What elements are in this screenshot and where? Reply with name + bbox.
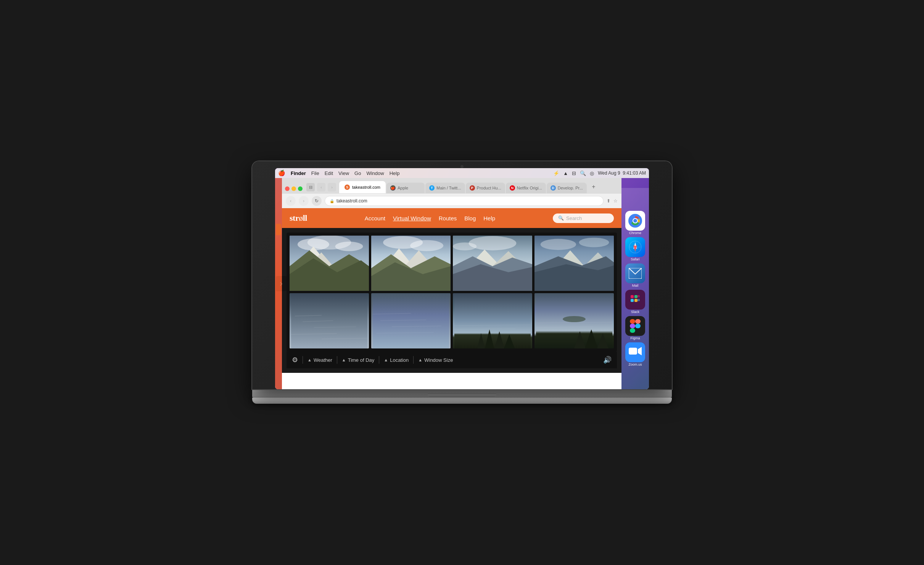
volume-icon[interactable]: 🔊 — [603, 356, 612, 364]
app-name[interactable]: Finder — [291, 170, 306, 176]
nav-blog[interactable]: Blog — [464, 215, 476, 222]
dock-item-figma[interactable]: Figma — [625, 316, 645, 340]
window-pane-2[interactable] — [371, 236, 451, 291]
share-icon[interactable]: ⬆ — [607, 198, 610, 204]
window-pane-4[interactable] — [534, 236, 614, 291]
producthunt-tab-favicon: P — [470, 185, 475, 191]
address-bar-row: ‹ › ↻ 🔒 takeastroll.com ⬆ ☆ — [282, 193, 621, 208]
active-tab-favicon: S — [344, 185, 350, 190]
safari-icon[interactable] — [625, 237, 645, 257]
back-button[interactable]: ‹ — [317, 183, 325, 191]
nav-help[interactable]: Help — [483, 215, 495, 222]
dock-item-slack[interactable]: Slack — [625, 290, 645, 314]
weather-arrow-icon: ▲ — [307, 358, 312, 362]
active-tab-title: takeastroll.com — [352, 185, 380, 189]
weather-control[interactable]: ▲ Weather — [307, 357, 332, 363]
window-pane-1[interactable] — [290, 236, 369, 291]
active-tab[interactable]: S takeastroll.com — [339, 181, 386, 193]
apple-menu-icon[interactable]: 🍎 — [278, 170, 285, 177]
window-size-label: Window Size — [424, 357, 453, 363]
minimize-button[interactable] — [291, 186, 296, 191]
menubar-window[interactable]: Window — [366, 170, 384, 176]
location-arrow-icon: ▲ — [384, 358, 388, 362]
laptop-base — [252, 398, 672, 404]
dock-item-safari[interactable]: Safari — [625, 237, 645, 261]
time-of-day-label: Time of Day — [348, 357, 375, 363]
search-bar[interactable]: 🔍 Search — [553, 213, 614, 223]
stroll-logo[interactable]: strøll — [290, 213, 307, 223]
new-tab-button[interactable]: + — [589, 182, 598, 191]
tab-apple[interactable]: 🍎 Apple — [386, 183, 425, 193]
settings-gear-icon[interactable]: ⚙ — [292, 356, 298, 364]
dock-item-chrome[interactable]: Chrome — [625, 211, 645, 235]
tab-bar: ⊟ ‹ › S takeastroll.com 🍎 — [282, 178, 621, 193]
window-pane-5[interactable] — [290, 293, 369, 348]
develop-tab-favicon: D — [551, 185, 556, 191]
website-content: strøll Account Virtual Window Routes Blo… — [282, 208, 621, 389]
menubar-view[interactable]: View — [338, 170, 349, 176]
dock-item-mail[interactable]: Mail — [625, 263, 645, 287]
tab-twitter[interactable]: T Main / Twitt... — [425, 183, 465, 193]
window-pane-7[interactable]: · — [453, 293, 532, 348]
svg-point-58 — [633, 219, 637, 223]
browser-reload-button[interactable]: ↻ — [312, 196, 322, 206]
zoom-icon[interactable] — [625, 342, 645, 362]
chrome-icon[interactable] — [625, 211, 645, 231]
nav-account[interactable]: Account — [365, 215, 385, 222]
figma-icon[interactable] — [625, 316, 645, 336]
safari-label: Safari — [631, 257, 640, 261]
address-bar-icons: ⬆ ☆ — [607, 198, 618, 204]
mail-label: Mail — [632, 284, 639, 287]
location-control[interactable]: ▲ Location — [384, 357, 409, 363]
window-pane-6[interactable] — [371, 293, 451, 348]
siri-icon[interactable]: ◎ — [590, 170, 594, 176]
menubar-help[interactable]: Help — [390, 170, 400, 176]
hinge-bar — [428, 393, 496, 396]
window-grid: · — [287, 233, 617, 352]
bookmark-icon[interactable]: ☆ — [613, 198, 618, 204]
sidebar-toggle-button[interactable]: ⊟ — [306, 183, 315, 191]
tab-product-hunt[interactable]: P Product Hu... — [466, 183, 505, 193]
close-button[interactable] — [285, 186, 290, 191]
menubar-file[interactable]: File — [311, 170, 319, 176]
apple-tab-favicon: 🍎 — [390, 185, 396, 191]
traffic-lights — [285, 186, 303, 191]
svg-rect-35 — [373, 293, 449, 348]
netflix-tab-title: Netflix Origi... — [517, 186, 542, 190]
menubar-edit[interactable]: Edit — [325, 170, 333, 176]
svg-rect-69 — [634, 299, 637, 302]
spotlight-icon[interactable]: 🔍 — [580, 170, 586, 176]
forward-button[interactable]: › — [328, 183, 336, 191]
panel-tab[interactable] — [276, 224, 281, 235]
control-center-icon[interactable]: ⊟ — [572, 170, 576, 176]
browser-forward-button[interactable]: › — [299, 196, 309, 206]
tab-develop[interactable]: D Develop. Pr... — [547, 183, 587, 193]
dock: Chrome — [621, 188, 649, 389]
bluetooth-icon[interactable]: ⚡ — [553, 170, 559, 176]
maximize-button[interactable] — [298, 186, 303, 191]
browser-back-button[interactable]: ‹ — [286, 196, 296, 206]
tab-netflix[interactable]: N Netflix Origi... — [506, 183, 546, 193]
chrome-label: Chrome — [629, 231, 641, 235]
menubar-left: 🍎 Finder File Edit View Go Window Help — [278, 170, 399, 177]
window-pane-3[interactable] — [453, 236, 532, 291]
menubar: 🍎 Finder File Edit View Go Window Help ⚡… — [275, 168, 649, 178]
stroll-navbar: strøll Account Virtual Window Routes Blo… — [282, 208, 621, 228]
mail-icon[interactable] — [625, 263, 645, 283]
window-pane-8[interactable] — [534, 293, 614, 348]
window-size-control[interactable]: ▲ Window Size — [418, 357, 453, 363]
wifi-icon[interactable]: ▲ — [563, 170, 568, 176]
control-bar: ⚙ ▲ Weather ▲ Time of Day — [287, 352, 617, 368]
netflix-tab-favicon: N — [510, 185, 515, 191]
dock-item-zoom[interactable]: Zoom.us — [625, 342, 645, 366]
menubar-right: ⚡ ▲ ⊟ 🔍 ◎ Wed Aug 9 9:41:03 AM — [553, 170, 646, 176]
svg-marker-79 — [638, 347, 642, 355]
laptop-hinge — [252, 389, 672, 398]
address-bar[interactable]: 🔒 takeastroll.com — [325, 196, 604, 206]
nav-virtual-window[interactable]: Virtual Window — [393, 215, 431, 222]
macos-desktop: 🍎 Finder File Edit View Go Window Help ⚡… — [275, 168, 649, 389]
menubar-go[interactable]: Go — [354, 170, 361, 176]
nav-routes[interactable]: Routes — [439, 215, 457, 222]
slack-icon[interactable] — [625, 290, 645, 310]
time-of-day-control[interactable]: ▲ Time of Day — [342, 357, 374, 363]
